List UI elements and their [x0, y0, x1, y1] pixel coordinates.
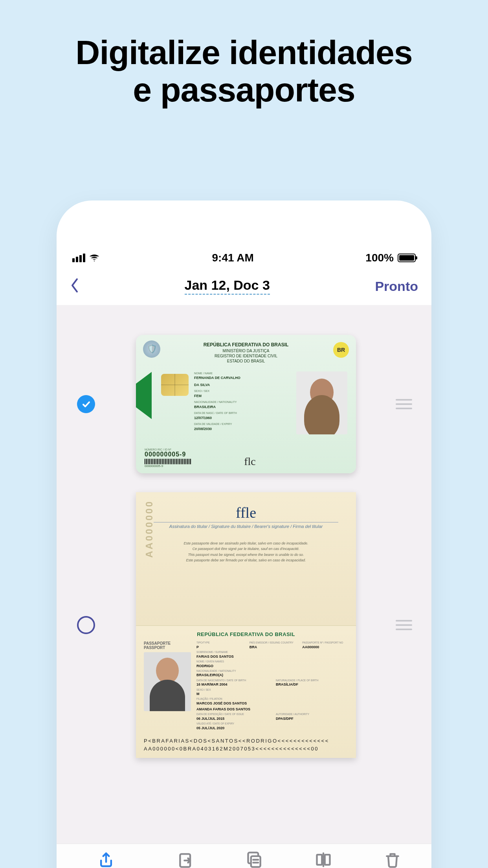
signature-label: Assinatura do titular / Signature du tit… — [154, 522, 338, 529]
barcode — [145, 459, 192, 464]
pp-fil-val2: AMANDA FARIAS DOS SANTOS — [196, 707, 348, 712]
pp-fil-val1: MARCOS JOSÉ DOS SANTOS — [196, 701, 348, 706]
pp-type-val: P — [196, 645, 242, 649]
id-name-value-1: FERNANDA DE CARVALHO — [194, 375, 291, 381]
share-button[interactable]: Compartilhar — [84, 851, 128, 868]
drag-handle-icon[interactable] — [396, 620, 412, 630]
id-country: REPÚBLICA FEDERATIVA DO BRASIL — [145, 342, 347, 348]
pp-iss-lbl: PAÍS EMISSOR / ISSUING COUNTRY — [250, 641, 295, 645]
pp-isd-val: 06 JUL/JUL 2015 — [196, 716, 269, 721]
navigation-bar: Jan 12, Doc 3 Pronto — [57, 269, 431, 305]
delete-button[interactable]: Excluir — [381, 851, 404, 868]
chip-icon — [161, 374, 189, 396]
pp-nat-val: BRASILEIRO(A) — [196, 673, 348, 677]
back-button[interactable] — [70, 278, 79, 295]
pp-aut-val: DPAS/DPF — [276, 716, 348, 721]
passport-note-3: This passport must be signed, except whe… — [152, 552, 340, 557]
status-bar: 9:41 AM 100% — [57, 252, 431, 269]
pp-dob-val: 16 MAR/MAR 2004 — [196, 682, 269, 687]
id-exp-label: DATA DE VALIDADE / EXPIRY — [194, 422, 291, 427]
pp-sur-lbl: SOBRENOME / SURNAME — [196, 651, 348, 654]
wifi-icon — [88, 252, 100, 264]
drag-handle-icon[interactable] — [396, 399, 412, 409]
br-badge: BR — [333, 342, 349, 358]
pp-fil-lbl: FILIAÇÃO / FILIATION — [196, 697, 348, 701]
battery-icon — [398, 254, 416, 262]
pp-exp-val: 05 JUL/JUL 2020 — [196, 726, 348, 730]
id-ministry: MINISTÉRIO DA JUSTIÇA — [145, 348, 347, 353]
id-sex-value: FEM — [194, 394, 291, 399]
passport-country: REPÚBLICA FEDERATIVA DO BRASIL — [144, 631, 348, 637]
marketing-headline: Digitalize identidades e passaportes — [0, 0, 488, 108]
battery-percent: 100% — [365, 252, 394, 264]
signal-icon — [72, 254, 85, 262]
select-checkbox-checked[interactable] — [77, 395, 95, 413]
id-card-preview[interactable]: 🛡️ BR REPÚBLICA FEDERATIVA DO BRASIL MIN… — [136, 335, 356, 473]
document-row-1: 🛡️ BR REPÚBLICA FEDERATIVA DO BRASIL MIN… — [57, 335, 431, 473]
done-button[interactable]: Pronto — [375, 279, 418, 294]
id-registry: REGISTRO DE IDENTIDADE CIVIL — [145, 353, 347, 359]
pp-sur-val: FARIAS DOS SANTOS — [196, 654, 348, 659]
id-photo — [296, 371, 347, 434]
id-number-value: 000000005-9 — [145, 451, 192, 458]
document-title[interactable]: Jan 12, Doc 3 — [185, 278, 270, 295]
id-dob-label: DATA DE NASC / DATE OF BIRTH — [194, 411, 291, 416]
headline-line-2: e passaportes — [0, 71, 488, 108]
headline-line-1: Digitalize identidades — [0, 34, 488, 71]
select-checkbox-unchecked[interactable] — [77, 616, 95, 634]
id-name-value-2: DA SILVA — [194, 383, 291, 388]
pp-sex-val: M — [196, 691, 348, 696]
pp-num-val: AA000000 — [302, 645, 348, 649]
barcode-text: 000000005-9 — [145, 464, 192, 468]
pp-isd-lbl: DATA DE EXPEDIÇÃO / DATE OF ISSUE — [196, 713, 269, 716]
pp-plc-lbl: NATURALIDADE / PLACE OF BIRTH — [276, 679, 348, 682]
id-dob-value: 12/07/1960 — [194, 416, 291, 421]
passport-note-1: Este passaporte deve ser assinado pelo t… — [152, 541, 340, 546]
passport-preview[interactable]: AA000000 ffle Assinatura do titular / Si… — [136, 492, 356, 758]
mrz-line-2: AA000000<0BRA0403162M2007053<<<<<<<<<<<<… — [144, 745, 348, 753]
passport-label-1: PASSAPORTE — [144, 641, 172, 645]
id-sex-label: SEXO / SEX — [194, 389, 291, 394]
passport-note-4: Este pasaporte debe ser firmado por el t… — [152, 557, 340, 563]
passport-note-2: Ce passeport doit être signé par le titu… — [152, 546, 340, 552]
bottom-toolbar: Compartilhar Mover Copiar Dividir Exclui… — [57, 844, 431, 868]
coat-of-arms-icon: 🛡️ — [143, 340, 160, 358]
passport-signature: ffle — [152, 504, 340, 521]
passport-vertical-code: AA000000 — [144, 500, 155, 558]
pp-giv-lbl: NOME / GIVEN NAMES — [196, 660, 348, 664]
svg-rect-2 — [317, 855, 322, 865]
pp-num-lbl: PASSAPORTE Nº / PASSPORT No — [302, 641, 348, 645]
id-exp-value: 20/08/2030 — [194, 427, 291, 432]
svg-rect-1 — [251, 856, 261, 867]
pp-aut-lbl: AUTORIDADE / AUTHORITY — [276, 713, 348, 716]
document-row-2: AA000000 ffle Assinatura do titular / Si… — [57, 492, 431, 758]
svg-rect-3 — [325, 855, 330, 865]
document-list: 🛡️ BR REPÚBLICA FEDERATIVA DO BRASIL MIN… — [57, 305, 431, 844]
pp-giv-val: RODRIGO — [196, 664, 348, 668]
id-name-label: NOME / NAME — [194, 371, 291, 376]
pp-nat-lbl: NACIONALIDADE / NATIONALITY — [196, 669, 348, 673]
mrz-line-1: P<BRAFARIAS<DOS<SANTOS<<RODRIGO<<<<<<<<<… — [144, 737, 348, 745]
phone-frame: 9:41 AM 100% Jan 12, Doc 3 Pronto — [57, 200, 431, 868]
id-nat-value: BRASILEIRA — [194, 405, 291, 410]
status-time: 9:41 AM — [212, 252, 254, 264]
pp-exp-lbl: VÁLIDO ATÉ / DATE OF EXPIRY — [196, 722, 348, 726]
passport-label-2: PASSPORT — [144, 645, 172, 650]
move-button[interactable]: Mover — [175, 851, 197, 868]
id-signature: flc — [244, 455, 256, 468]
id-number-label: NÚMERO RIC / ID Nº — [145, 448, 192, 451]
id-nat-label: NACIONALIDADE / NATIONALITY — [194, 400, 291, 405]
pp-sex-lbl: SEXO / SEX — [196, 688, 348, 692]
passport-photo — [144, 652, 191, 711]
split-button[interactable]: Dividir — [313, 851, 335, 868]
copy-button[interactable]: Copiar — [243, 851, 266, 868]
pp-dob-lbl: DATA DE NASCIMENTO / DATE OF BIRTH — [196, 679, 269, 682]
id-state: ESTADO DO BRASIL — [145, 359, 347, 364]
pp-type-lbl: TIPO/TYPE — [196, 641, 242, 645]
pp-plc-val: BRASÍLIA/DF — [276, 682, 348, 687]
pp-iss-val: BRA — [250, 645, 295, 649]
